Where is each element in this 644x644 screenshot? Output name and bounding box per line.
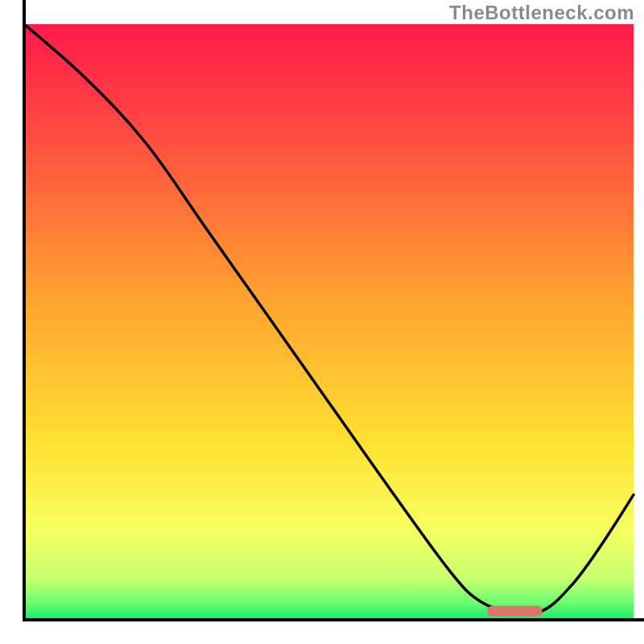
optimal-marker: [487, 605, 542, 616]
plot-background: [24, 24, 634, 620]
chart-stage: TheBottleneck.com: [0, 0, 644, 644]
watermark-text: TheBottleneck.com: [449, 2, 634, 24]
bottleneck-chart: [0, 0, 644, 644]
